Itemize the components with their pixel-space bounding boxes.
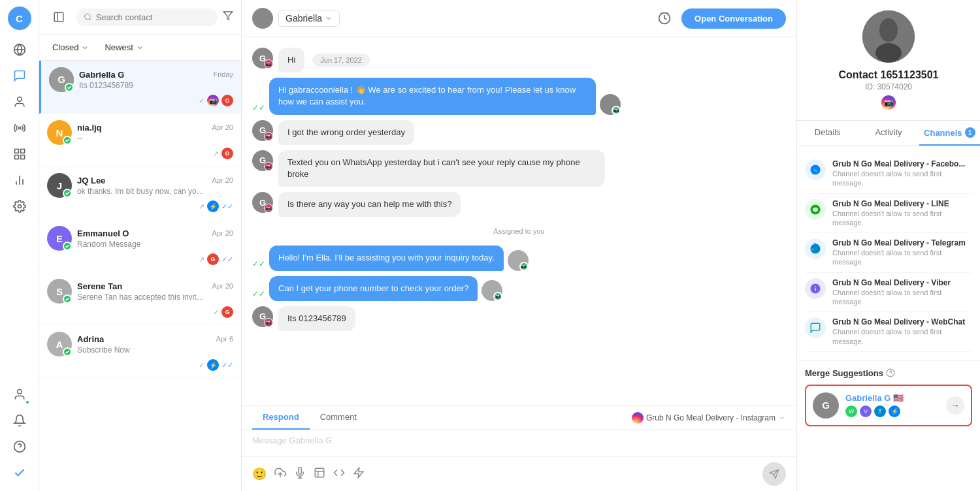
ig-badge-out: 📷: [519, 262, 529, 271]
ig-channel-badge: 📷: [264, 132, 273, 141]
arrow-up-icon: ↗: [199, 202, 204, 211]
check-icon-small: ✓: [199, 97, 204, 105]
contact-item-adrina[interactable]: A Adrina Apr 6 Subscribe Now ✓ ⚡ ✓✓: [39, 325, 241, 378]
tab-channels[interactable]: Channels 1: [919, 121, 980, 146]
search-box[interactable]: [76, 8, 218, 26]
nav-icon-checkmark[interactable]: [8, 461, 31, 484]
tab-comment[interactable]: Comment: [310, 405, 367, 430]
channel-name: Grub N Go Meal Delivery - Instagram: [646, 413, 776, 422]
emoji-icon[interactable]: 🙂: [252, 467, 267, 481]
svg-rect-7: [20, 155, 24, 159]
merge-channel-icons: W V T ⚡: [845, 405, 939, 417]
msg-bubble-phone-check: Can I get your phone number to check you…: [269, 276, 478, 301]
nav-icon-contacts[interactable]: [8, 90, 31, 114]
svg-line-23: [661, 13, 662, 14]
send-button[interactable]: [762, 462, 786, 486]
arrow-up-icon: ↗: [199, 255, 204, 264]
contact-preview: --: [77, 134, 208, 143]
svg-point-12: [17, 390, 22, 394]
tab-details[interactable]: Details: [797, 121, 858, 146]
outgoing-msg-wrapper: ✓✓ Hello! I'm Ella. I'll be assisting yo…: [252, 246, 529, 270]
telegram-icon: [809, 243, 821, 255]
msg-sent-checkmark: ✓✓: [252, 259, 265, 268]
nav-icon-analytics[interactable]: [8, 168, 31, 192]
msg-bubble-help: Is there any way you can help me with th…: [278, 192, 461, 217]
contact-item-serene[interactable]: S Serene Tan Apr 20 Serene Tan has accep…: [39, 272, 241, 325]
channel-dropdown[interactable]: Grub N Go Meal Delivery - Instagram: [632, 412, 786, 424]
reply-input-area[interactable]: Message Gabriella G: [242, 430, 796, 456]
instagram-badge: 📷: [207, 95, 219, 106]
agent-avatar: 📷: [482, 280, 502, 301]
ig-badge-out: 📷: [493, 292, 502, 301]
conv-name-select[interactable]: Gabriella: [278, 10, 340, 27]
user-avatar[interactable]: C: [8, 7, 31, 30]
svg-rect-4: [14, 150, 18, 153]
filter-closed-btn[interactable]: Closed: [47, 40, 94, 55]
channel-item-webchat: Grub N Go Meal Delivery - WebChat Channe…: [805, 312, 972, 352]
search-input[interactable]: [96, 12, 210, 22]
ig-badge-out: 📷: [612, 106, 621, 115]
shortcode-icon[interactable]: [333, 467, 345, 482]
merge-suggestions-section: Merge Suggestions G Gabriella G 🇺🇸 W V T…: [797, 360, 980, 434]
webchat-icon: [809, 322, 821, 334]
open-conversation-button[interactable]: Open Conversation: [681, 8, 786, 29]
contact-name: Serene Tan: [77, 281, 122, 291]
snooze-icon-btn[interactable]: [653, 7, 676, 30]
search-icon: [84, 12, 92, 22]
nav-icon-notifications[interactable]: [8, 409, 31, 432]
ai-icon[interactable]: [353, 467, 365, 482]
contacts-list: G Gabriella G Friday Its 0123456789 ✓ 📷: [39, 61, 241, 491]
contact-date: Apr 6: [216, 335, 233, 343]
contact-name: nia.ljq: [77, 123, 102, 133]
nav-icon-help[interactable]: [8, 435, 31, 458]
nav-icon-conversations[interactable]: [8, 64, 31, 87]
contact-item-gabriella[interactable]: G Gabriella G Friday Its 0123456789 ✓ 📷: [39, 61, 241, 114]
nav-icon-integrations[interactable]: [8, 142, 31, 166]
check-icon: ✓: [199, 361, 204, 370]
gmail-badge: G: [221, 148, 233, 159]
svg-rect-15: [54, 12, 63, 22]
telegram-channel-logo: [805, 238, 826, 259]
filter-icon[interactable]: [223, 10, 233, 24]
messenger-icon: [809, 164, 821, 176]
nav-icon-settings[interactable]: [8, 195, 31, 218]
tab-activity[interactable]: Activity: [858, 121, 919, 146]
nav-icon-profile[interactable]: [8, 383, 31, 406]
contact-item-jqlee[interactable]: J JQ Lee Apr 20 ok thanks. Im bit busy n…: [39, 166, 241, 219]
conv-contact-avatar: [252, 8, 273, 29]
message-row-5: G 📷 Is there any way you can help me wit…: [252, 192, 786, 217]
ig-channel-badge: 📷: [264, 318, 273, 327]
arrow-up-icon: ↗: [213, 150, 219, 158]
merge-navigate-button[interactable]: →: [946, 396, 964, 415]
gmail-badge: G: [221, 95, 233, 106]
contact-item-emmanuel[interactable]: E Emmanuel O Apr 20 Random Message ↗ G ✓…: [39, 219, 241, 272]
contact-date: Apr 20: [212, 229, 233, 237]
tab-respond[interactable]: Respond: [252, 405, 310, 430]
template-icon[interactable]: [314, 467, 325, 482]
msg-sent-checkmark: ✓✓: [252, 289, 265, 298]
nav-icon-dashboard[interactable]: [8, 38, 31, 61]
svg-rect-28: [315, 468, 324, 477]
gmail-badge: G: [207, 253, 219, 265]
sidebar-toggle-icon[interactable]: [47, 5, 71, 29]
svg-marker-31: [354, 467, 363, 477]
upload-icon[interactable]: [274, 467, 286, 482]
merge-info: Gabriella G 🇺🇸 W V T ⚡: [845, 393, 939, 417]
msg-bubble-greeting: Hi gabraccooniella ! 👋 We are so excited…: [269, 78, 596, 114]
message-row-6: ✓✓ Hello! I'm Ella. I'll be assisting yo…: [252, 246, 786, 270]
msg-sent-checkmark: ✓✓: [252, 103, 265, 112]
channel-text-webchat: Grub N Go Meal Delivery - WebChat Channe…: [832, 317, 972, 346]
audio-icon[interactable]: [294, 467, 306, 482]
contact-item-nia[interactable]: N nia.ljq Apr 20 -- ↗ G: [39, 114, 241, 166]
merge-contact-name: Gabriella G 🇺🇸: [845, 393, 939, 403]
reply-toolbar: 🙂: [242, 456, 796, 491]
nav-icon-broadcast[interactable]: [8, 116, 31, 140]
help-icon: [886, 368, 895, 377]
agent-avatar: 📷: [508, 250, 529, 271]
merge-avatar: G: [813, 392, 839, 419]
channel-text-viber: Grub N Go Meal Delivery - Viber Channel …: [832, 278, 972, 307]
contacts-panel: Closed Newest G Gabri: [39, 0, 242, 491]
filter-newest-btn[interactable]: Newest: [99, 40, 148, 55]
double-check-icon: ✓✓: [221, 361, 233, 370]
conversation-header: Gabriella Open Conversation: [242, 0, 796, 37]
